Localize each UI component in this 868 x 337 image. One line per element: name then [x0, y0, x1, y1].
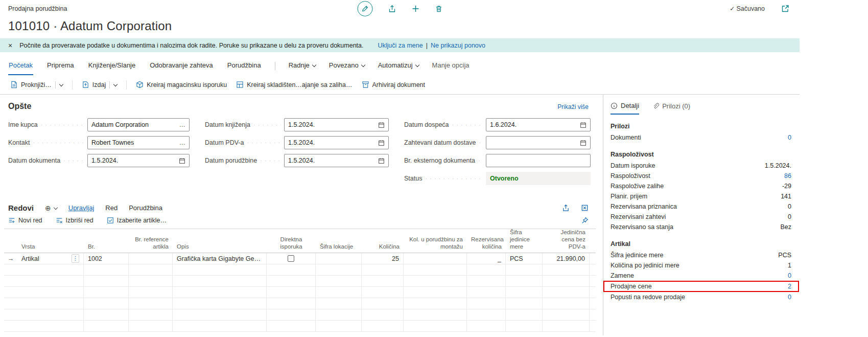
general-form: Ime kupca Adatum Corporation … Kontakt R… — [0, 117, 603, 186]
delete-line-button[interactable]: Izbriši red — [56, 217, 93, 224]
lookup-icon[interactable]: … — [179, 139, 186, 146]
calendar-icon[interactable] — [179, 158, 185, 164]
create-inventory-pick-button[interactable]: Kreiraj skladišten…ajanje sa zaliha… — [234, 79, 354, 91]
tab-detalji[interactable]: Detalji — [611, 102, 639, 115]
col-br-reference[interactable]: Br. reference artikla — [129, 236, 173, 251]
table-row[interactable] — [4, 309, 596, 321]
menu-radnje[interactable]: Radnje — [289, 61, 316, 75]
menu-povezano[interactable]: Povezano — [329, 61, 365, 75]
cell-br[interactable]: 1002 — [84, 253, 129, 264]
document-date-field[interactable]: 1.5.2024. — [87, 154, 190, 167]
vat-date-field[interactable]: 1.5.2024. — [284, 136, 389, 149]
chevron-down-icon[interactable] — [113, 82, 118, 86]
open-in-excel-icon[interactable] — [581, 204, 589, 212]
create-warehouse-shipment-button[interactable]: Kreiraj magacinsku isporuku — [134, 79, 229, 91]
lookup-icon[interactable]: … — [179, 121, 186, 128]
archive-document-button[interactable]: Arhiviraj dokument — [360, 79, 428, 91]
table-row[interactable] — [4, 298, 596, 309]
banner-enable-link[interactable]: Uključi za mene — [378, 42, 423, 49]
contact-label: Kontakt — [8, 139, 30, 146]
row-menu-icon[interactable]: ⋮ — [72, 254, 79, 263]
split-divider — [109, 81, 110, 88]
cell-sifra-jedinice[interactable]: PCS — [506, 253, 543, 264]
cell-opis[interactable]: Grafička karta Gigabyte GeForce … — [173, 253, 267, 264]
edit-icon[interactable] — [357, 1, 372, 16]
share-icon[interactable] — [388, 5, 396, 13]
close-icon[interactable]: × — [8, 42, 12, 49]
chevron-down-icon[interactable] — [59, 82, 63, 86]
contact-field[interactable]: Robert Townes … — [87, 136, 190, 149]
group-divider — [126, 80, 127, 89]
table-row[interactable] — [4, 321, 596, 332]
lines-menu-porudzbina[interactable]: Porudžbina — [129, 204, 162, 212]
page-title: 101010 · Adatum Corporation — [0, 17, 800, 38]
col-vrsta[interactable]: Vrsta — [17, 243, 84, 251]
calendar-icon[interactable] — [378, 122, 385, 128]
document-date-label: Datum dokumenta — [8, 157, 60, 164]
cell-jedinicna-cena[interactable]: 21.990,00 — [543, 253, 590, 264]
tab-prilozi[interactable]: Prilozi (0) — [652, 102, 690, 115]
delete-icon[interactable] — [435, 5, 442, 13]
tab-odobravanje-zahteva[interactable]: Odobravanje zahteva — [149, 61, 214, 75]
col-kol-za-montazu[interactable]: Kol. u porudžbinu za montažu — [404, 236, 467, 251]
col-direktna-isporuka[interactable]: Direktna isporuka — [267, 236, 316, 251]
tab-knjizenje-slanje[interactable]: Knjiženje/Slanje — [88, 61, 136, 75]
requested-delivery-date-field[interactable] — [486, 136, 591, 149]
post-button[interactable]: Proknjiži… — [8, 79, 65, 91]
posting-date-field[interactable]: 1.5.2024. — [284, 118, 389, 131]
fact-row-popusti: Popusti na redove prodaje 0 — [611, 292, 791, 302]
dotted-leader — [478, 158, 483, 164]
cell-br-reference[interactable] — [129, 253, 173, 264]
calendar-icon[interactable] — [580, 140, 587, 146]
col-sifra-jedinice[interactable]: Šifra jedinice mere — [506, 229, 543, 250]
external-document-no-field[interactable] — [486, 154, 591, 167]
table-row[interactable]: → Artikal ⋮ 1002 Grafička karta Gigabyte… — [4, 253, 596, 264]
cell-kolicina[interactable]: 25 — [362, 253, 404, 264]
table-row[interactable] — [4, 276, 596, 287]
col-rezervisana[interactable]: Rezervisana količina — [467, 236, 506, 251]
due-date-field[interactable]: 1.6.2024. — [486, 118, 591, 131]
col-opis[interactable]: Opis — [173, 243, 267, 251]
fewer-options-button[interactable]: Manje opcija — [432, 61, 470, 75]
col-kolicina[interactable]: Količina — [362, 243, 404, 251]
lines-menu-red[interactable]: Red — [105, 204, 118, 212]
open-in-new-window-icon[interactable] — [781, 5, 789, 13]
show-attached-icon[interactable]: ⊕ — [45, 204, 57, 212]
calendar-icon[interactable] — [378, 158, 385, 164]
breadcrumb[interactable]: Prodajna porudžbina — [8, 5, 67, 12]
tab-pocetak[interactable]: Početak — [8, 61, 33, 75]
table-row[interactable] — [4, 264, 596, 276]
cell-direktna-isporuka[interactable] — [267, 253, 316, 264]
tab-porudzbina[interactable]: Porudžbina — [227, 61, 262, 75]
pin-icon[interactable] — [581, 217, 589, 224]
cell-sifra-lokacije[interactable] — [316, 253, 362, 264]
calendar-icon[interactable] — [580, 122, 587, 128]
banner-dismiss-link[interactable]: Ne prikazuj ponovo — [431, 42, 485, 49]
section-raspolozivost-title: Raspoloživost — [611, 151, 791, 158]
lines-menu-upravljaj[interactable]: Upravljaj — [68, 204, 95, 212]
release-button[interactable]: Izdaj — [80, 79, 119, 91]
customer-name-field[interactable]: Adatum Corporation … — [87, 118, 190, 131]
order-date-field[interactable]: 1.5.2024. — [284, 154, 389, 167]
cell-rezervisana[interactable]: _ — [467, 253, 506, 264]
table-row[interactable] — [4, 287, 596, 298]
general-section-title: Opšte — [8, 102, 31, 111]
new-line-button[interactable]: Novi red — [8, 217, 42, 224]
share-icon[interactable] — [562, 204, 570, 212]
direct-shipment-checkbox[interactable] — [288, 255, 294, 262]
col-sifra-lokacije[interactable]: Šifra lokacije — [316, 243, 362, 251]
show-more-link[interactable]: Prikaži više — [557, 103, 589, 110]
calendar-icon[interactable] — [378, 140, 385, 146]
add-icon[interactable] — [411, 5, 419, 13]
post-icon — [10, 81, 18, 88]
col-br[interactable]: Br. — [84, 243, 129, 251]
action-bar: Proknjiži… Izdaj Kreiraj magacinsku ispo… — [0, 75, 800, 95]
cell-kol-za-montazu[interactable] — [404, 253, 467, 264]
col-jedinicna-cena[interactable]: Jedinična cena bez PDV-a — [543, 229, 590, 250]
fact-row-rezervisano-sa-stanja: Rezervisano sa stanja Bez — [611, 222, 791, 232]
dotted-leader — [247, 140, 281, 146]
tab-priprema[interactable]: Priprema — [46, 61, 75, 75]
menu-automatizuj[interactable]: Automatizuj — [378, 61, 419, 75]
select-items-button[interactable]: Izaberite artikle… — [107, 217, 167, 224]
cell-vrsta[interactable]: Artikal ⋮ — [17, 253, 84, 264]
